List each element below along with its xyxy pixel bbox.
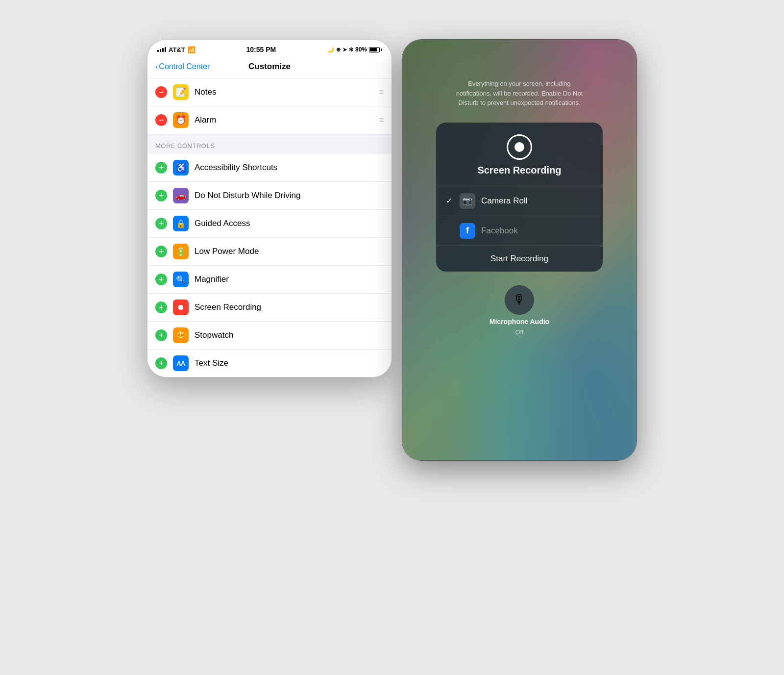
page-title: Customize — [248, 62, 291, 72]
camera-roll-label: Camera Roll — [481, 196, 527, 206]
iphone-right-panel: Everything on your screen, including not… — [402, 39, 637, 461]
list-item: + ♿ Accessibility Shortcuts — [147, 154, 392, 182]
list-item: + 🔍 Magnifier — [147, 266, 392, 294]
add-accessibility-button[interactable]: + — [155, 162, 167, 174]
screen-recording-label: Screen Recording — [195, 302, 384, 312]
camera-roll-option[interactable]: ✓ 📷 Camera Roll — [436, 186, 603, 216]
list-item: + 🔒 Guided Access — [147, 210, 392, 238]
drag-handle-notes[interactable]: ≡ — [379, 88, 384, 97]
more-controls-label: MORE CONTROLS — [155, 142, 215, 150]
text-size-icon: AA — [173, 355, 189, 371]
guided-access-label: Guided Access — [195, 219, 384, 228]
screen-recording-icon: ⏺ — [173, 300, 189, 315]
signal-bar-2 — [160, 49, 161, 52]
remove-notes-button[interactable]: − — [155, 86, 167, 98]
facebook-option[interactable]: ✓ f Facebook — [436, 216, 603, 246]
list-item: + ⏺ Screen Recording — [147, 294, 392, 322]
list-item: − ⏰ Alarm ≡ — [147, 106, 392, 134]
modal-title: Screen Recording — [477, 165, 561, 176]
notes-label: Notes — [195, 87, 375, 97]
facebook-icon: f — [460, 223, 475, 239]
battery-indicator — [369, 47, 382, 52]
list-item: + AA Text Size — [147, 350, 392, 377]
add-dnd-driving-button[interactable]: + — [155, 190, 167, 201]
microphone-section: 🎙 Microphone Audio Off — [490, 285, 549, 336]
back-label[interactable]: Control Center — [159, 62, 210, 71]
location-icon: ⊕ — [336, 47, 341, 53]
carrier-label: AT&T — [169, 46, 185, 53]
signal-bars — [157, 47, 166, 52]
add-guided-access-button[interactable]: + — [155, 218, 167, 229]
list-item: + 🚗 Do Not Disturb While Driving — [147, 182, 392, 210]
alarm-icon: ⏰ — [173, 112, 189, 128]
dnd-driving-icon: 🚗 — [173, 188, 189, 203]
modal-header: Screen Recording — [436, 123, 603, 186]
camera-roll-check: ✓ — [446, 196, 458, 205]
back-button[interactable]: ‹ Control Center — [155, 62, 210, 71]
record-button-icon — [507, 134, 532, 160]
screen-container: AT&T 📶 10:55 PM 🌙 ⊕ ➤ ✻ 80% — [0, 0, 784, 675]
record-inner-circle — [514, 142, 524, 152]
drag-handle-alarm[interactable]: ≡ — [379, 116, 384, 125]
guided-access-icon: 🔒 — [173, 216, 189, 231]
add-screen-recording-button[interactable]: + — [155, 301, 167, 313]
signal-bar-1 — [157, 50, 159, 52]
back-chevron-icon: ‹ — [155, 62, 158, 71]
list-item: − 📝 Notes ≡ — [147, 78, 392, 106]
status-left: AT&T 📶 — [157, 46, 196, 53]
low-power-icon: 🔋 — [173, 244, 189, 259]
included-items-list: − 📝 Notes ≡ − ⏰ Alarm ≡ — [147, 78, 392, 134]
nav-bar: ‹ Control Center Customize — [147, 57, 392, 78]
dnd-driving-label: Do Not Disturb While Driving — [195, 191, 384, 200]
screen-recording-modal: Screen Recording ✓ 📷 Camera Roll ✓ f Fac… — [436, 123, 603, 272]
accessibility-icon: ♿ — [173, 160, 189, 175]
iphone-left-panel: AT&T 📶 10:55 PM 🌙 ⊕ ➤ ✻ 80% — [147, 39, 392, 377]
time-display: 10:55 PM — [246, 46, 276, 53]
microphone-status: Off — [515, 328, 523, 336]
low-power-label: Low Power Mode — [195, 247, 384, 256]
add-text-size-button[interactable]: + — [155, 357, 167, 369]
facebook-label: Facebook — [481, 226, 518, 236]
list-item: + 🔋 Low Power Mode — [147, 238, 392, 266]
moon-icon: 🌙 — [327, 46, 334, 53]
info-text: Everything on your screen, including not… — [456, 79, 583, 108]
more-controls-section-header: MORE CONTROLS — [147, 134, 392, 154]
arrow-icon: ➤ — [343, 47, 347, 53]
battery-pct: 80% — [355, 46, 367, 53]
text-size-label: Text Size — [195, 358, 384, 368]
alarm-label: Alarm — [195, 115, 375, 125]
start-recording-button[interactable]: Start Recording — [436, 246, 603, 272]
stopwatch-icon: ⏱ — [173, 327, 189, 343]
notes-icon: 📝 — [173, 84, 189, 100]
wifi-icon: 📶 — [188, 46, 196, 53]
status-bar: AT&T 📶 10:55 PM 🌙 ⊕ ➤ ✻ 80% — [147, 40, 392, 57]
remove-alarm-button[interactable]: − — [155, 114, 167, 126]
facebook-check: ✓ — [446, 226, 458, 235]
status-right: 🌙 ⊕ ➤ ✻ 80% — [327, 46, 382, 53]
magnifier-icon: 🔍 — [173, 272, 189, 287]
microphone-label: Microphone Audio — [490, 318, 549, 325]
control-center-content: Everything on your screen, including not… — [402, 40, 637, 460]
signal-bar-3 — [162, 48, 164, 52]
more-controls-list: + ♿ Accessibility Shortcuts + 🚗 Do Not D… — [147, 154, 392, 377]
camera-roll-icon: 📷 — [460, 193, 475, 209]
magnifier-label: Magnifier — [195, 275, 384, 284]
add-magnifier-button[interactable]: + — [155, 274, 167, 285]
add-low-power-button[interactable]: + — [155, 246, 167, 257]
stopwatch-label: Stopwatch — [195, 330, 384, 340]
accessibility-label: Accessibility Shortcuts — [195, 163, 384, 173]
bluetooth-icon: ✻ — [349, 47, 353, 53]
signal-bar-4 — [165, 47, 166, 52]
add-stopwatch-button[interactable]: + — [155, 329, 167, 341]
list-item: + ⏱ Stopwatch — [147, 322, 392, 350]
microphone-button[interactable]: 🎙 — [505, 285, 534, 315]
